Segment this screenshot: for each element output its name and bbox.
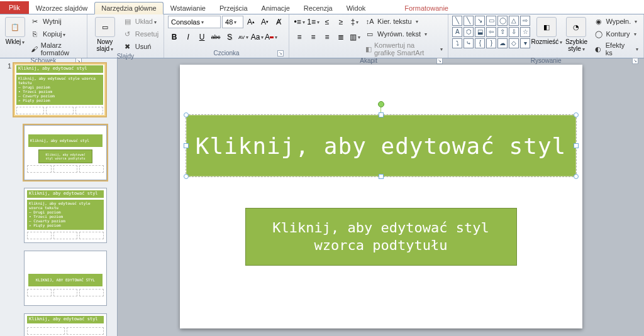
tab-format-contextual[interactable]: Formatowanie (397, 2, 455, 14)
layout4-title: Kliknij, aby edytować styl (27, 316, 104, 323)
align-text-button[interactable]: ▭Wyrówn. tekst (364, 28, 444, 40)
convert-smartart-button[interactable]: ◧Konwertuj na grafikę SmartArt (364, 41, 444, 57)
delete-button[interactable]: ✖Usuń (121, 41, 160, 52)
shape-star-icon[interactable]: ☆ (520, 27, 530, 37)
strike-button[interactable]: abc (209, 31, 222, 43)
shape-conn2-icon[interactable]: ⤷ (464, 38, 474, 48)
reset-button[interactable]: ↺Resetuj (121, 28, 160, 40)
thumbnail-pane[interactable]: 1 Kliknij, aby edytować styl Kliknij, ab… (0, 58, 118, 336)
rotation-handle[interactable] (378, 101, 384, 107)
shape-oval-icon[interactable]: ◯ (497, 16, 508, 26)
handle-nw[interactable] (184, 112, 189, 117)
grow-font-button[interactable]: A▴ (245, 16, 257, 28)
shape-arrow-icon[interactable]: ↘ (475, 16, 485, 26)
align-center-button[interactable]: ≡ (307, 31, 319, 43)
align-right-button[interactable]: ≡ (321, 31, 333, 43)
drawing-dialog-launcher[interactable]: ↘ (632, 58, 638, 64)
quick-styles-button[interactable]: ◔ Szybkie style (563, 16, 589, 53)
shape-diamond-icon[interactable]: ◇ (509, 38, 519, 48)
shape-hex-icon[interactable]: ⬡ (464, 27, 474, 37)
shape-outline-button[interactable]: ◯Kontury (592, 28, 640, 40)
shape-triangle-icon[interactable]: △ (509, 16, 519, 26)
cut-button[interactable]: ✂Wytnij (29, 16, 83, 27)
format-painter-button[interactable]: 🖌Malarz formatów (29, 41, 83, 57)
shape-brace1-icon[interactable]: { (475, 38, 485, 48)
text-direction-button[interactable]: ↕AKier. tekstu (364, 16, 444, 27)
slide[interactable]: Kliknij, aby edytować styl Kliknij, aby … (180, 65, 582, 328)
bold-button[interactable]: B (168, 31, 180, 43)
handle-w[interactable] (184, 143, 189, 148)
handle-sw[interactable] (184, 174, 189, 179)
justify-icon: ≣ (338, 33, 344, 41)
tab-transitions[interactable]: Przejścia (213, 2, 255, 14)
handle-ne[interactable] (574, 112, 579, 117)
subtitle-placeholder[interactable]: Kliknij, aby edytować styl wzorca podtyt… (245, 208, 517, 266)
shape-arrowd-icon[interactable]: ⇩ (509, 27, 519, 37)
shape-line-icon[interactable]: ╲ (452, 16, 462, 26)
italic-button[interactable]: I (182, 31, 194, 43)
shadow-button[interactable]: S (223, 31, 236, 43)
font-name-select[interactable]: Consolas (168, 16, 221, 28)
tab-review[interactable]: Recenzja (297, 2, 340, 14)
tab-view[interactable]: Widok (340, 2, 373, 14)
shape-cloud-icon[interactable]: ☁ (497, 38, 508, 48)
paragraph-dialog-launcher[interactable]: ↘ (436, 58, 443, 64)
handle-n[interactable] (379, 112, 384, 117)
layout-thumbnail-3[interactable]: KLIKNIJ, ABY EDYTOWAĆ STYL (24, 251, 107, 306)
handle-e[interactable] (574, 143, 579, 148)
delete-icon: ✖ (123, 41, 133, 51)
tab-file[interactable]: Plik (0, 1, 29, 14)
font-color-button[interactable]: A (265, 31, 277, 43)
layout-thumbnail-4[interactable]: Kliknij, aby edytować styl (24, 313, 107, 336)
columns-button[interactable]: ▥ (348, 31, 361, 43)
decrease-indent-button[interactable]: ≤ (321, 16, 333, 28)
eraser-icon: Ⱥ (276, 18, 281, 26)
layout-thumbnail-1[interactable]: Kliknij, aby edytować styl Kliknij, aby … (24, 125, 107, 180)
change-case-button[interactable]: Aa (251, 31, 264, 43)
handle-s[interactable] (379, 174, 384, 179)
tab-home[interactable]: Narzędzia główne (94, 2, 163, 14)
shapes-gallery[interactable]: ╲╲↘▭◯△⇨ A⬡⬓⇦⇧⇩☆ ⤵⤷{}☁◇▾ (452, 16, 530, 48)
shrink-font-button[interactable]: A▾ (258, 16, 271, 28)
shape-arrowr-icon[interactable]: ⇨ (520, 16, 530, 26)
shape-conn1-icon[interactable]: ⤵ (452, 38, 462, 48)
shapes-more-button[interactable]: ▾ (520, 38, 530, 48)
shape-effects-button[interactable]: ◐Efekty ks (592, 41, 640, 57)
font-dialog-launcher[interactable]: ↘ (277, 50, 284, 57)
char-spacing-button[interactable]: AV (237, 31, 250, 43)
shape-line2-icon[interactable]: ╲ (464, 16, 474, 26)
arrange-button[interactable]: ◧ Rozmieść (533, 16, 560, 46)
line-spacing-button[interactable]: ‡ (348, 16, 361, 28)
shape-rect-icon[interactable]: ▭ (486, 16, 496, 26)
numbering-button[interactable]: 1≡ (307, 16, 319, 28)
bullets-button[interactable]: •≡ (293, 16, 306, 28)
shape-callout-icon[interactable]: ⬓ (475, 27, 485, 37)
new-slide-button[interactable]: ▭ Nowy slajd (91, 16, 119, 53)
layout-button[interactable]: ▤Układ (121, 16, 160, 27)
clear-formatting-button[interactable]: Ⱥ (272, 16, 285, 28)
tab-animations[interactable]: Animacje (255, 2, 297, 14)
justify-button[interactable]: ≣ (335, 31, 347, 43)
shape-brace2-icon[interactable]: } (486, 38, 496, 48)
align-left-button[interactable]: ≡ (293, 31, 306, 43)
ribbon: 📋 Wklej ✂Wytnij ⎘Kopiuj 🖌Malarz formatów… (0, 14, 644, 58)
layout-icon: ▤ (123, 16, 133, 26)
underline-button[interactable]: U (196, 31, 208, 43)
tab-insert[interactable]: Wstawianie (164, 2, 213, 14)
shape-fill-button[interactable]: ◉Wypełn. (592, 16, 640, 27)
increase-indent-button[interactable]: ≥ (335, 16, 347, 28)
tab-slide-master[interactable]: Wzorzec slajdów (29, 2, 95, 14)
handle-se[interactable] (574, 174, 579, 179)
copy-button[interactable]: ⎘Kopiuj (29, 28, 83, 40)
layout-thumbnail-2[interactable]: Kliknij, aby edytować styl Kliknij, aby … (24, 188, 107, 243)
align-left-icon: ≡ (297, 33, 302, 41)
shape-text-icon[interactable]: A (452, 27, 462, 37)
master-thumbnail[interactable]: Kliknij, aby edytować styl Kliknij, aby … (13, 62, 107, 117)
smartart-icon: ◧ (365, 44, 372, 54)
slide-canvas[interactable]: Kliknij, aby edytować styl Kliknij, aby … (118, 58, 644, 336)
shape-arrowl-icon[interactable]: ⇦ (486, 27, 496, 37)
font-size-select[interactable]: 48 (222, 16, 243, 28)
shape-arrowu-icon[interactable]: ⇧ (497, 27, 508, 37)
group-clipboard: 📋 Wklej ✂Wytnij ⎘Kopiuj 🖌Malarz formatów… (0, 14, 87, 58)
paste-button[interactable]: 📋 Wklej (4, 16, 26, 46)
